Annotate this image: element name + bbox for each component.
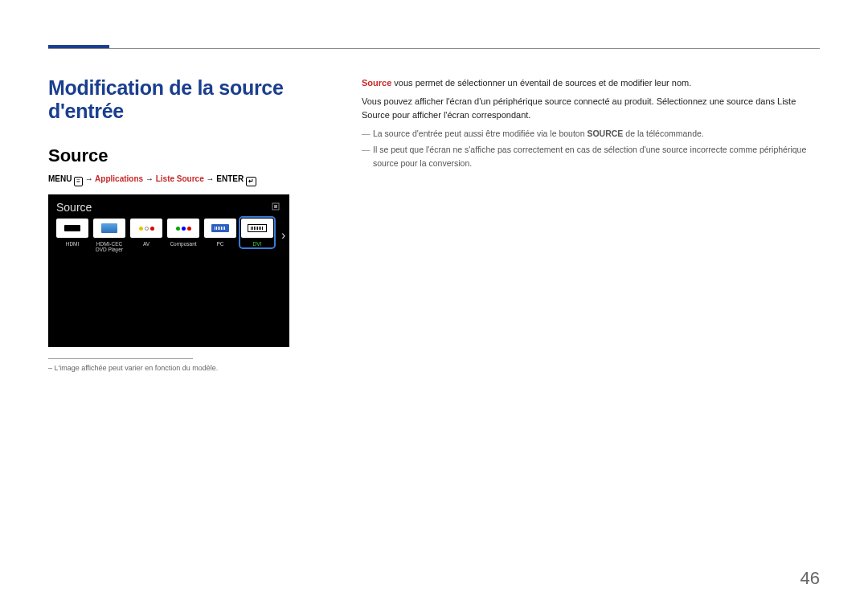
source-label: Composant [167, 241, 199, 247]
source-item-hdmi-cec[interactable]: HDMI-CEC DVD Player [93, 219, 125, 252]
source-label-inline: Source [362, 78, 391, 88]
accent-bar [48, 45, 109, 48]
note-1: La source d'entrée peut aussi être modif… [373, 127, 820, 140]
arrow: → [145, 174, 154, 183]
p2: Vous pouvez afficher l'écran d'un périph… [362, 95, 820, 122]
source-item-pc[interactable]: PC [204, 219, 236, 247]
source-label: PC [204, 241, 236, 247]
menu-label: MENU [48, 174, 72, 183]
tools-icon[interactable] [272, 202, 280, 210]
source-label: DVI [241, 241, 273, 247]
p1-rest: vous permet de sélectionner un éventail … [391, 78, 691, 88]
chevron-right-icon[interactable]: › [281, 228, 285, 243]
menu-path: MENU → Applications → Liste Source → ENT… [48, 174, 321, 186]
source-label: AV [130, 241, 162, 247]
menu-icon [74, 177, 83, 186]
path-liste-source: Liste Source [156, 174, 204, 183]
page-number: 46 [800, 568, 820, 589]
source-label: HDMI-CEC DVD Player [93, 241, 125, 252]
hdmi-cec-icon [93, 219, 125, 238]
hdmi-icon [56, 219, 88, 238]
page-title: Modification de la source d'entrée [48, 76, 321, 123]
footnote: – L'image affichée peut varier en foncti… [48, 364, 321, 372]
enter-icon [246, 177, 256, 186]
source-panel-title: Source [56, 201, 281, 214]
dvi-icon [241, 219, 273, 238]
arrow: → [207, 174, 215, 183]
section-title: Source [48, 145, 321, 166]
note-2: Il se peut que l'écran ne s'affiche pas … [373, 143, 820, 170]
enter-label: ENTER [216, 174, 244, 183]
pc-icon [204, 219, 236, 238]
source-label: HDMI [56, 241, 88, 247]
path-applications: Applications [95, 174, 143, 183]
arrow: → [85, 174, 93, 183]
source-item-av[interactable]: AV [130, 219, 162, 247]
source-items: HDMI HDMI-CEC DVD Player AV [56, 219, 281, 252]
source-panel: Source HDMI HDMI-CEC DVD Player [48, 194, 289, 347]
composant-icon [167, 219, 199, 238]
source-item-composant[interactable]: Composant [167, 219, 199, 247]
footnote-rule [48, 358, 193, 359]
source-item-hdmi[interactable]: HDMI [56, 219, 88, 247]
body-text: Source vous permet de sélectionner un év… [362, 76, 820, 372]
top-rule [48, 48, 820, 49]
av-icon [130, 219, 162, 238]
source-item-dvi[interactable]: DVI [241, 219, 273, 247]
svg-rect-1 [274, 205, 277, 208]
